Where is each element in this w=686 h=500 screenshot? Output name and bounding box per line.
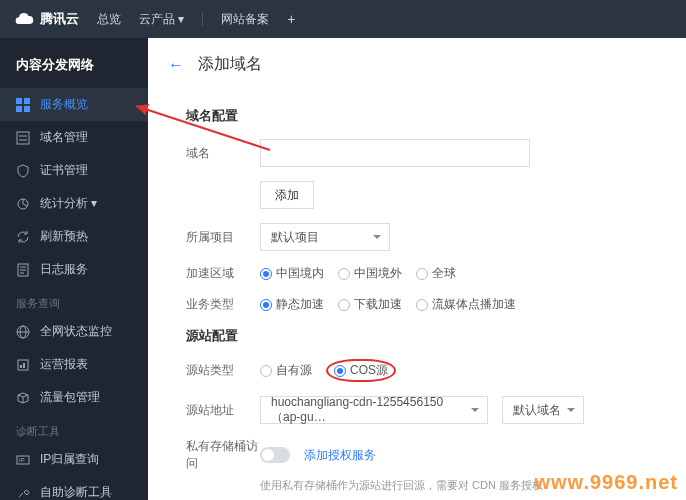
origin-addr-select[interactable]: huochangliang-cdn-1255456150（ap-gu… — [260, 396, 488, 424]
sidebar-item-label: 统计分析 ▾ — [40, 195, 97, 212]
list-icon — [16, 131, 30, 145]
nav-overview[interactable]: 总览 — [97, 11, 121, 28]
package-icon — [16, 391, 30, 405]
ip-icon: IP — [16, 453, 30, 467]
label-origin-addr: 源站地址 — [186, 402, 260, 419]
radio-biz-vod[interactable]: 流媒体点播加速 — [416, 296, 516, 313]
sidebar-item-label: 运营报表 — [40, 356, 88, 373]
radio-region-mainland[interactable]: 中国境内 — [260, 265, 324, 282]
origin-mode-select[interactable]: 默认域名 — [502, 396, 584, 424]
svg-rect-17 — [23, 363, 25, 368]
svg-rect-16 — [20, 365, 22, 368]
radio-biz-static[interactable]: 静态加速 — [260, 296, 324, 313]
sidebar-item-label: 刷新预热 — [40, 228, 88, 245]
top-bar: 腾讯云 总览 云产品 ▾ 网站备案 + — [0, 0, 686, 38]
shield-icon — [16, 164, 30, 178]
nav-add[interactable]: + — [287, 11, 295, 27]
add-domain-button[interactable]: 添加 — [260, 181, 314, 209]
svg-rect-4 — [17, 132, 29, 144]
cloud-icon — [14, 9, 34, 29]
sidebar-title: 内容分发网络 — [0, 52, 148, 88]
nav-beian[interactable]: 网站备案 — [221, 11, 269, 28]
nav-products[interactable]: 云产品 ▾ — [139, 11, 184, 28]
sidebar-item-purge[interactable]: 刷新预热 — [0, 220, 148, 253]
sidebar-item-stats[interactable]: 统计分析 ▾ — [0, 187, 148, 220]
annotation-circle: COS源 — [326, 359, 396, 382]
content-area: ← 添加域名 域名配置 域名 添加 所属项目 默认项目 — [148, 38, 686, 500]
globe-icon — [16, 325, 30, 339]
domain-input[interactable] — [260, 139, 530, 167]
page-header: ← 添加域名 — [168, 54, 686, 75]
radio-origin-cos[interactable]: COS源 — [334, 362, 388, 379]
sidebar-item-iplookup[interactable]: IP IP归属查询 — [0, 443, 148, 476]
svg-text:IP: IP — [19, 457, 25, 463]
sidebar-item-report[interactable]: 运营报表 — [0, 348, 148, 381]
label-biz: 业务类型 — [186, 296, 260, 313]
svg-rect-0 — [16, 98, 22, 104]
radio-region-overseas[interactable]: 中国境外 — [338, 265, 402, 282]
svg-rect-1 — [24, 98, 30, 104]
radio-biz-download[interactable]: 下载加速 — [338, 296, 402, 313]
sidebar-item-label: 证书管理 — [40, 162, 88, 179]
page-title: 添加域名 — [198, 54, 262, 75]
sidebar-item-cert[interactable]: 证书管理 — [0, 154, 148, 187]
private-toggle[interactable] — [260, 447, 290, 463]
sidebar-item-selfdiag[interactable]: 自助诊断工具 — [0, 476, 148, 500]
svg-rect-3 — [24, 106, 30, 112]
nav-divider — [202, 12, 203, 26]
tool-icon — [16, 486, 30, 500]
private-hint: 使用私有存储桶作为源站进行回源，需要对 CDN 服务授权 — [260, 478, 686, 493]
sidebar-item-log[interactable]: 日志服务 — [0, 253, 148, 286]
sidebar-item-netstatus[interactable]: 全网状态监控 — [0, 315, 148, 348]
sidebar-item-domain[interactable]: 域名管理 — [0, 121, 148, 154]
label-project: 所属项目 — [186, 229, 260, 246]
sidebar-item-label: 自助诊断工具 — [40, 484, 112, 500]
sidebar: 内容分发网络 服务概览 域名管理 证书管理 统计分析 ▾ 刷新预热 日志服务 服… — [0, 38, 148, 500]
sidebar-item-label: 日志服务 — [40, 261, 88, 278]
label-private: 私有存储桶访问 — [186, 438, 260, 472]
sidebar-item-label: IP归属查询 — [40, 451, 99, 468]
label-origin-type: 源站类型 — [186, 362, 260, 379]
sidebar-item-label: 域名管理 — [40, 129, 88, 146]
top-nav: 总览 云产品 ▾ 网站备案 + — [97, 11, 296, 28]
section-origin-config: 源站配置 — [186, 327, 686, 345]
chart-icon — [16, 197, 30, 211]
sidebar-item-label: 服务概览 — [40, 96, 88, 113]
section-domain-config: 域名配置 — [186, 107, 686, 125]
svg-rect-2 — [16, 106, 22, 112]
report-icon — [16, 358, 30, 372]
project-select[interactable]: 默认项目 — [260, 223, 390, 251]
brand-logo[interactable]: 腾讯云 — [14, 9, 79, 29]
auth-link[interactable]: 添加授权服务 — [304, 447, 376, 464]
label-domain: 域名 — [186, 145, 260, 162]
radio-origin-own[interactable]: 自有源 — [260, 362, 312, 379]
refresh-icon — [16, 230, 30, 244]
sidebar-item-label: 流量包管理 — [40, 389, 100, 406]
sidebar-group-diag: 诊断工具 — [0, 414, 148, 443]
log-icon — [16, 263, 30, 277]
sidebar-item-traffic[interactable]: 流量包管理 — [0, 381, 148, 414]
label-region: 加速区域 — [186, 265, 260, 282]
back-button[interactable]: ← — [168, 56, 184, 74]
brand-text: 腾讯云 — [40, 10, 79, 28]
sidebar-group-query: 服务查询 — [0, 286, 148, 315]
grid-icon — [16, 98, 30, 112]
sidebar-item-overview[interactable]: 服务概览 — [0, 88, 148, 121]
sidebar-item-label: 全网状态监控 — [40, 323, 112, 340]
radio-region-global[interactable]: 全球 — [416, 265, 456, 282]
